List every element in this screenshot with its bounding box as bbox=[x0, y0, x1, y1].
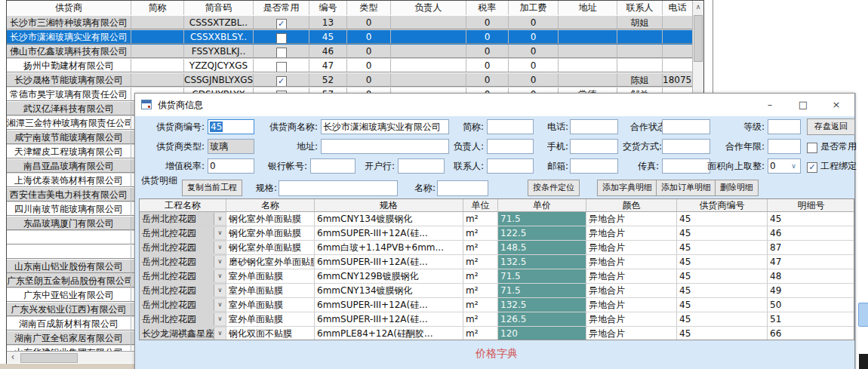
table-row[interactable]: 长沙市潇湘玻璃实业有限公司CSSXXBLSY..45000 bbox=[7, 30, 693, 45]
common-use-checkbox-icon[interactable]: ✓ bbox=[276, 76, 287, 87]
field-input[interactable] bbox=[310, 158, 356, 174]
field-input[interactable] bbox=[487, 158, 534, 174]
detail-cell-project[interactable]: 长沙龙湖祺鑫星座∨ bbox=[140, 327, 226, 340]
column-header[interactable]: 地址 bbox=[559, 1, 617, 15]
table-row[interactable]: 扬州中勤建材有限公司YZZQJCYXGS47000 bbox=[7, 59, 693, 73]
chevron-down-icon[interactable]: ∨ bbox=[214, 313, 226, 325]
vertical-scroll-thumb[interactable] bbox=[694, 15, 703, 62]
chevron-down-icon[interactable]: ∨ bbox=[214, 241, 226, 254]
field-input[interactable] bbox=[662, 119, 710, 134]
column-header[interactable]: 联系人 bbox=[617, 1, 663, 15]
detail-cell-price[interactable]: 122.5 bbox=[498, 226, 586, 241]
field-input[interactable] bbox=[662, 139, 710, 154]
column-header[interactable]: 编号 bbox=[309, 1, 347, 15]
detail-cell-price[interactable]: 71.5 bbox=[498, 284, 586, 298]
detail-cell-price[interactable]: 148.5 bbox=[498, 241, 586, 255]
field-input[interactable]: 0∨ bbox=[768, 158, 801, 174]
common-use-checkbox-icon[interactable] bbox=[276, 33, 287, 44]
column-header[interactable]: 简称 bbox=[131, 1, 184, 15]
spec-filter-input[interactable] bbox=[279, 180, 398, 196]
field-input[interactable] bbox=[570, 119, 618, 134]
table-row[interactable]: 长沙晟格节能玻璃有限公司CSSGJNBLYXGS✓52000陈姐180751 bbox=[7, 73, 693, 88]
detail-cell-project[interactable]: 岳州北控花园∨ bbox=[140, 284, 226, 298]
field-input[interactable] bbox=[570, 139, 618, 154]
detail-row[interactable]: 岳州北控花园∨室外单面贴膜6mmSUPER-III+12A(硅...m²126.… bbox=[140, 312, 854, 327]
horizontal-scroll-thumb[interactable] bbox=[20, 353, 78, 363]
detail-column-header[interactable]: 规格 bbox=[315, 199, 463, 212]
detail-cell-price[interactable]: 71.5 bbox=[498, 269, 586, 284]
detail-cell-project[interactable]: 岳州北控花园∨ bbox=[140, 212, 226, 226]
field-input[interactable]: 玻璃 bbox=[208, 139, 254, 154]
field-input[interactable] bbox=[398, 158, 445, 174]
detail-column-header[interactable]: 单价 bbox=[498, 199, 586, 212]
detail-column-header[interactable]: 供货商编号 bbox=[677, 199, 768, 212]
detail-cell-project[interactable]: 岳州北控花园∨ bbox=[140, 255, 226, 269]
common-use-checkbox-icon[interactable] bbox=[276, 62, 287, 72]
minimize-button[interactable]: – bbox=[753, 94, 786, 116]
detail-row[interactable]: 岳州北控花园∨钢化室外单面贴膜6mmCNY134镀膜钢化m²71.5异地合片45… bbox=[140, 212, 854, 226]
field-input[interactable] bbox=[487, 139, 534, 154]
background-scroll-thumb[interactable] bbox=[858, 303, 868, 327]
add-dict-detail-button[interactable]: 添加字典明细 bbox=[597, 180, 657, 196]
locate-button[interactable]: 按条件定位 bbox=[528, 180, 580, 196]
common-use-checkbox-icon[interactable]: ✓ bbox=[276, 19, 287, 29]
detail-row[interactable]: 岳州北控花园∨钢化室外单面贴膜6mm白玻+1.14PVB+6mm...m²148… bbox=[140, 241, 854, 255]
detail-row[interactable]: 岳州北控花园∨室外单面贴膜6mmSUPER-III+12A(硅...m²132.… bbox=[140, 298, 854, 312]
field-input[interactable] bbox=[487, 119, 534, 134]
detail-row[interactable]: 岳州北控花园∨磨砂钢化室外单面贴膜6mmSUPER-III+12A(硅...m²… bbox=[140, 255, 854, 269]
chevron-down-icon[interactable]: ∨ bbox=[214, 270, 226, 282]
detail-column-header[interactable]: 名称 bbox=[226, 199, 315, 212]
chevron-down-icon[interactable]: ∨ bbox=[214, 327, 226, 340]
common-use-checkbox[interactable]: 是否常用 bbox=[807, 139, 857, 154]
field-input[interactable]: 0 bbox=[208, 158, 254, 174]
close-button[interactable]: × bbox=[820, 94, 853, 116]
column-header[interactable]: 税率 bbox=[466, 1, 509, 15]
copy-project-button[interactable]: 复制当前工程 bbox=[182, 180, 242, 196]
column-header[interactable]: 类型 bbox=[347, 1, 391, 15]
name-filter-input[interactable] bbox=[437, 180, 488, 196]
field-input[interactable] bbox=[768, 139, 801, 154]
detail-cell-price[interactable]: 120 bbox=[498, 327, 586, 340]
delete-detail-button[interactable]: 删除明细 bbox=[715, 180, 759, 196]
chevron-down-icon[interactable]: ∨ bbox=[214, 299, 226, 311]
table-row[interactable]: 佛山市亿鑫玻璃科技有限公司FSSYXBLKJ..46000 bbox=[7, 45, 693, 59]
table-row[interactable]: 长沙市三湘特种玻璃有限公司CSSSXTZBL..✓13000胡姐 bbox=[7, 16, 693, 30]
detail-cell-price[interactable]: 71.5 bbox=[498, 212, 586, 226]
field-input[interactable] bbox=[768, 119, 801, 134]
price-dictionary-link[interactable]: 价格字典 bbox=[139, 347, 854, 361]
detail-cell-project[interactable]: 岳州北控花园∨ bbox=[140, 312, 226, 327]
chevron-down-icon[interactable]: ∨ bbox=[214, 284, 226, 297]
field-input[interactable]: 长沙市潇湘玻璃实业有限公司 bbox=[321, 119, 449, 134]
scroll-up-icon[interactable]: ∧ bbox=[693, 2, 703, 13]
detail-cell-project[interactable]: 岳州北控花园∨ bbox=[140, 298, 226, 312]
chevron-down-icon[interactable]: ∨ bbox=[214, 213, 226, 225]
chevron-down-icon[interactable]: ∨ bbox=[214, 227, 226, 239]
chevron-down-icon[interactable]: ∨ bbox=[788, 159, 799, 173]
field-input[interactable]: 45 bbox=[208, 119, 254, 134]
detail-row[interactable]: 岳州北控花园∨室外单面贴膜6mmCNY134镀膜钢化m²71.5异地合片4549 bbox=[140, 284, 854, 298]
maximize-button[interactable]: □ bbox=[786, 94, 820, 116]
detail-column-header[interactable]: 颜色 bbox=[586, 199, 677, 212]
detail-column-header[interactable]: 工程名称 bbox=[140, 199, 226, 212]
detail-cell-project[interactable]: 岳州北控花园∨ bbox=[140, 226, 226, 241]
column-header[interactable]: 负责人 bbox=[391, 1, 466, 15]
column-header[interactable]: 简音码 bbox=[184, 1, 254, 15]
detail-column-header[interactable]: 单位 bbox=[463, 199, 498, 212]
detail-row[interactable]: 岳州北控花园∨室外单面贴膜6mmCNY129B镀膜钢化m²71.5异地合片454… bbox=[140, 269, 854, 284]
detail-cell-price[interactable]: 126.5 bbox=[498, 312, 586, 327]
detail-row[interactable]: 岳州北控花园∨钢化室外单面贴膜6mmSUPER-III+12A(硅...m²12… bbox=[140, 226, 854, 241]
save-return-button[interactable]: 存盘返回 bbox=[807, 118, 855, 135]
detail-cell-price[interactable]: 132.5 bbox=[498, 298, 586, 312]
common-use-checkbox-icon[interactable] bbox=[276, 48, 287, 58]
field-input[interactable] bbox=[321, 139, 449, 154]
column-header[interactable]: 供货商 bbox=[7, 1, 131, 15]
column-header[interactable]: 电话 bbox=[663, 1, 693, 15]
scroll-left-icon[interactable]: ‹ bbox=[7, 352, 19, 363]
column-header[interactable]: 是否常用 bbox=[254, 1, 309, 15]
detail-cell-project[interactable]: 岳州北控花园∨ bbox=[140, 269, 226, 284]
column-header[interactable]: 加工费 bbox=[509, 1, 559, 15]
detail-column-header[interactable]: 明细号 bbox=[768, 199, 854, 212]
field-input[interactable] bbox=[570, 158, 618, 174]
detail-cell-price[interactable]: 132.5 bbox=[498, 255, 586, 269]
project-bind-checkbox[interactable]: ✓工程绑定 bbox=[807, 158, 857, 174]
